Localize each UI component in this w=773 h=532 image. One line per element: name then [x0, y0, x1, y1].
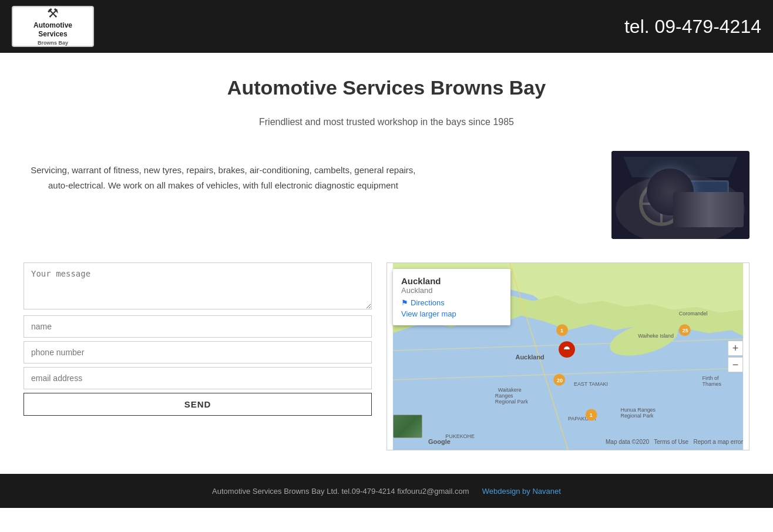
svg-text:Regional Park: Regional Park	[495, 399, 529, 405]
zoom-in-button[interactable]: +	[728, 341, 743, 356]
bottom-section: SEND Waiheke Island Auckland	[0, 262, 773, 474]
google-logo: Google	[428, 438, 451, 445]
map-zoom-controls: + −	[728, 341, 743, 372]
directions-icon: ⚑	[401, 298, 408, 307]
map-location-title: Auckland	[401, 276, 502, 286]
svg-text:Coromandel: Coromandel	[679, 311, 708, 316]
map-location-subtitle: Auckland	[401, 286, 502, 295]
svg-text:Waitakere: Waitakere	[498, 387, 522, 393]
page-title: Automotive Services Browns Bay	[0, 53, 773, 111]
content-section: Servicing, warrant of fitness, new tyres…	[0, 151, 773, 262]
map-info-box: Auckland Auckland ⚑ Directions View larg…	[393, 269, 510, 325]
svg-point-3	[656, 198, 667, 210]
car-image	[611, 151, 750, 239]
car-interior-svg	[611, 151, 750, 239]
header-phone: tel. 09-479-4214	[624, 16, 761, 38]
map-view-larger-link[interactable]: View larger map	[401, 309, 502, 318]
footer-webdesign-link[interactable]: Webdesign by Navanet	[482, 487, 561, 496]
svg-text:Auckland: Auckland	[516, 353, 545, 361]
contact-form: SEND	[23, 262, 372, 416]
car-image-container	[459, 151, 750, 239]
footer-text: Automotive Services Browns Bay Ltd. tel.…	[212, 487, 469, 496]
logo-icon: ⚒	[47, 6, 59, 21]
footer: Automotive Services Browns Bay Ltd. tel.…	[0, 474, 773, 508]
send-button[interactable]: SEND	[23, 393, 372, 416]
svg-text:Hunua Ranges: Hunua Ranges	[620, 407, 656, 413]
svg-text:Waiheke Island: Waiheke Island	[638, 333, 674, 339]
zoom-out-button[interactable]: −	[728, 357, 743, 372]
svg-point-11	[713, 200, 727, 214]
map-thumbnail	[393, 415, 422, 438]
logo-box: ⚒ Automotive Services Browns Bay	[12, 6, 94, 47]
svg-text:Firth of: Firth of	[703, 375, 719, 381]
directions-label: Directions	[411, 298, 445, 307]
svg-text:EAST TAMAKI: EAST TAMAKI	[574, 381, 608, 387]
logo-container: ⚒ Automotive Services Browns Bay	[12, 6, 94, 47]
phone-input[interactable]	[23, 341, 372, 363]
tagline: Friendliest and most trusted workshop in…	[0, 111, 773, 151]
map-directions-link[interactable]: ⚑ Directions	[401, 298, 502, 307]
description-text: Servicing, warrant of fitness, new tyres…	[23, 151, 423, 193]
svg-text:Regional Park: Regional Park	[620, 413, 654, 419]
svg-text:1: 1	[590, 412, 593, 418]
svg-text:Ranges: Ranges	[495, 393, 513, 399]
message-textarea[interactable]	[23, 262, 372, 309]
email-input[interactable]	[23, 367, 372, 389]
svg-text:Thames: Thames	[703, 381, 722, 387]
logo-text-main: Automotive Services Browns Bay	[33, 21, 72, 46]
svg-text:20: 20	[557, 378, 563, 383]
svg-point-10	[698, 200, 712, 214]
name-input[interactable]	[23, 315, 372, 338]
map-credits: Map data ©2020 Terms of Use Report a map…	[606, 439, 743, 445]
svg-rect-9	[690, 182, 727, 208]
svg-text:25: 25	[683, 328, 688, 334]
map-container: Waiheke Island Auckland Waitakere Ranges…	[386, 262, 750, 450]
svg-text:1: 1	[560, 328, 563, 334]
